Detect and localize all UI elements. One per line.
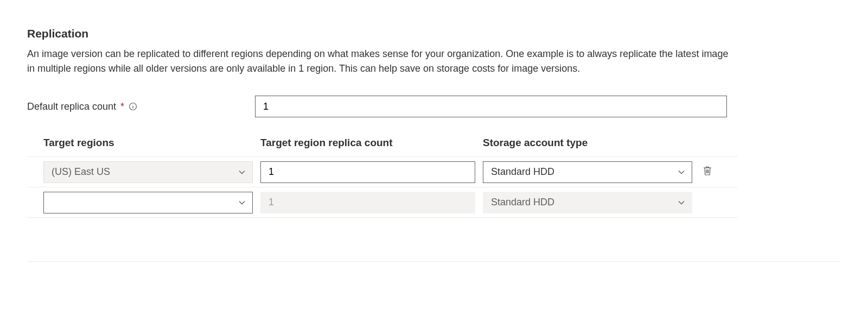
default-replica-label: Default replica count [27,101,116,112]
storage-type-select: Standard HDD [483,192,692,213]
svg-point-2 [133,104,133,105]
table-row: (US) East US Standard HDD [27,157,738,187]
col-replica-count: Target region replica count [260,137,483,149]
trash-icon [703,166,712,178]
chevron-down-icon [238,168,246,176]
region-select-value: (US) East US [52,166,110,178]
default-replica-input[interactable] [255,96,727,117]
storage-type-select[interactable]: Standard HDD [483,161,692,183]
replica-count-input[interactable] [260,161,475,183]
col-storage-type: Storage account type [483,137,700,149]
storage-type-value: Standard HDD [491,197,554,208]
default-replica-row: Default replica count * [27,96,841,117]
replica-count-input [260,192,475,213]
chevron-down-icon [678,199,685,206]
chevron-down-icon [238,199,246,206]
info-icon[interactable] [127,101,138,112]
storage-type-value: Standard HDD [491,166,554,178]
delete-row-button[interactable] [700,165,715,180]
col-target-regions: Target regions [43,137,260,149]
region-select[interactable] [43,192,253,213]
replication-table: Target regions Target region replica cou… [27,137,738,218]
table-row: Standard HDD [27,187,738,218]
required-indicator: * [120,101,124,112]
section-title: Replication [27,27,841,40]
footer-divider [27,261,841,262]
chevron-down-icon [678,168,685,176]
region-select: (US) East US [43,161,253,183]
section-description: An image version can be replicated to di… [27,47,732,76]
